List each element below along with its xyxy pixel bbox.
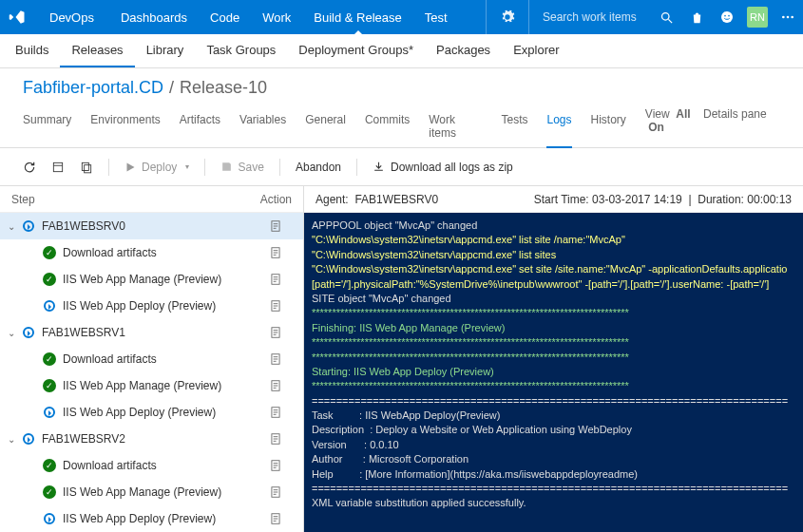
step-task[interactable]: IIS Web App Deploy (Preview) [0,505,303,532]
log-header: Agent: FAB1WEBSRV0 Start Time: 03-03-201… [304,186,803,213]
svg-point-2 [721,11,733,23]
step-group-label: FAB1WEBSRV1 [42,326,269,339]
step-action-icon[interactable] [269,379,292,392]
deploy-button[interactable]: Deploy ▾ [124,161,189,174]
topnav-test[interactable]: Test [413,0,459,34]
step-task[interactable]: ✓Download artifacts [0,346,303,372]
separator [108,159,109,176]
top-nav: Dashboards Code Work Build & Release Tes… [109,0,459,34]
chevron-down-icon: ⌄ [6,221,17,232]
step-task-label: IIS Web App Manage (Preview) [63,273,269,286]
svg-rect-9 [82,162,88,170]
view-toggle[interactable]: View All Details pane On [645,107,780,147]
step-action-icon[interactable] [269,459,292,472]
download-logs-button[interactable]: Download all logs as zip [373,161,513,174]
separator [204,159,205,176]
check-icon: ✓ [43,246,56,259]
subnav-explorer[interactable]: Explorer [502,34,570,67]
copy-button[interactable] [80,161,93,174]
vs-logo-icon[interactable] [0,9,34,26]
subnav-releases[interactable]: Releases [60,34,134,67]
step-task-label: IIS Web App Deploy (Preview) [63,406,269,419]
check-icon: ✓ [43,485,56,499]
step-task[interactable]: IIS Web App Deploy (Preview) [0,293,303,319]
step-task[interactable]: ✓Download artifacts [0,239,303,266]
subnav-deploymentgroups[interactable]: Deployment Groups* [287,34,425,67]
step-task[interactable]: ✓IIS Web App Manage (Preview) [0,372,303,399]
tab-summary[interactable]: Summary [23,107,71,147]
step-action-icon[interactable] [269,299,292,313]
tab-tests[interactable]: Tests [501,107,527,147]
step-group[interactable]: ⌄FAB1WEBSRV0 [0,213,303,239]
running-icon [44,407,55,418]
topnav-code[interactable]: Code [199,0,251,34]
subnav-library[interactable]: Library [135,34,196,67]
tab-artifacts[interactable]: Artifacts [180,107,220,147]
log-console[interactable]: APPPOOL object "MvcAp" changed "C:\Windo… [304,213,803,532]
step-group[interactable]: ⌄FAB1WEBSRV2 [0,426,303,452]
step-group[interactable]: ⌄FAB1WEBSRV1 [0,319,303,346]
tab-workitems[interactable]: Work items [429,107,482,147]
check-icon: ✓ [43,379,56,392]
subnav-packages[interactable]: Packages [425,34,502,67]
topnav-work[interactable]: Work [251,0,302,34]
tab-history[interactable]: History [591,107,626,147]
refresh-button[interactable] [23,161,36,174]
log-timing: Start Time: 03-03-2017 14:19 | Duration:… [534,193,792,206]
tab-general[interactable]: General [305,107,346,147]
svg-point-7 [791,16,793,19]
step-action-icon[interactable] [269,432,292,446]
step-action-icon[interactable] [269,406,292,419]
search-input[interactable] [543,10,647,24]
svg-point-5 [782,16,785,19]
step-action-icon[interactable] [269,326,292,339]
step-col-label: Step [11,193,35,206]
global-topbar: DevOps Dashboards Code Work Build & Rele… [0,0,803,34]
step-group-label: FAB1WEBSRV0 [42,219,269,233]
tab-variables[interactable]: Variables [239,107,286,147]
step-group-label: FAB1WEBSRV2 [42,432,269,446]
abandon-button[interactable]: Abandon [296,161,341,174]
svg-point-0 [661,12,669,20]
subnav-builds[interactable]: Builds [4,34,60,67]
step-action-icon[interactable] [269,219,292,233]
search-icon[interactable] [651,0,681,34]
step-action-icon[interactable] [269,352,292,366]
gear-icon[interactable] [492,0,523,34]
steps-panel: Step Action ⌄FAB1WEBSRV0✓Download artifa… [0,186,304,532]
topnav-build-release[interactable]: Build & Release [302,0,413,34]
step-action-icon[interactable] [269,512,292,525]
step-task[interactable]: ✓Download artifacts [0,452,303,479]
open-in-new-button[interactable] [51,161,65,174]
step-task[interactable]: ✓IIS Web App Manage (Preview) [0,266,303,293]
shopping-bag-icon[interactable] [681,0,712,34]
crumb-definition-link[interactable]: Fabfiber-portal.CD [23,78,163,98]
step-task-label: IIS Web App Manage (Preview) [63,379,269,392]
agent-name: FAB1WEBSRV0 [354,193,438,206]
step-action-icon[interactable] [269,273,292,286]
topnav-dashboards[interactable]: Dashboards [109,0,199,34]
subnav-taskgroups[interactable]: Task Groups [195,34,287,67]
tab-commits[interactable]: Commits [365,107,410,147]
tab-logs[interactable]: Logs [546,107,571,148]
log-toolbar: Deploy ▾ Save Abandon Download all logs … [0,148,803,186]
step-task-label: IIS Web App Deploy (Preview) [63,299,269,313]
steps-header: Step Action [0,186,303,213]
user-avatar[interactable]: RN [742,0,773,34]
more-icon[interactable] [773,0,803,34]
brand-label[interactable]: DevOps [34,10,109,25]
svg-point-3 [724,15,726,17]
step-task[interactable]: ✓IIS Web App Manage (Preview) [0,479,303,505]
divider [486,0,487,34]
search-box[interactable] [535,10,651,24]
page-title: Release-10 [180,78,267,98]
check-icon: ✓ [43,352,56,366]
save-button[interactable]: Save [220,161,264,174]
hub-subnav: Builds Releases Library Task Groups Depl… [0,34,803,68]
step-action-icon[interactable] [269,485,292,499]
logs-content: Step Action ⌄FAB1WEBSRV0✓Download artifa… [0,186,803,532]
smiley-icon[interactable] [712,0,742,34]
step-action-icon[interactable] [269,246,292,259]
step-task[interactable]: IIS Web App Deploy (Preview) [0,399,303,426]
tab-environments[interactable]: Environments [90,107,160,147]
